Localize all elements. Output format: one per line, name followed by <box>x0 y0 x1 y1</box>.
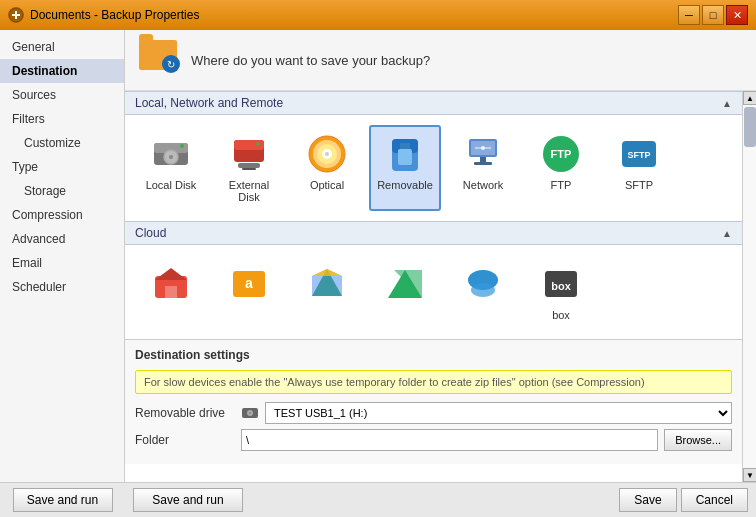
sidebar-item-filters[interactable]: Filters <box>0 107 124 131</box>
svg-rect-22 <box>480 157 486 162</box>
dest-optical[interactable]: Optical <box>291 125 363 211</box>
sidebar-item-compression[interactable]: Compression <box>0 203 124 227</box>
removable-drive-row: Removable drive TEST USB1_1 (H:) <box>135 402 732 424</box>
dest-network[interactable]: Network <box>447 125 519 211</box>
destination-settings: Destination settings For slow devices en… <box>125 339 742 464</box>
sidebar-items: General Destination Sources Filters Cust… <box>0 30 124 339</box>
folder-label: Folder <box>135 433 235 447</box>
svg-point-28 <box>489 147 492 150</box>
dest-removable[interactable]: Removable <box>369 125 441 211</box>
dest-gdrive[interactable] <box>291 255 363 329</box>
sidebar-item-customize[interactable]: Customize <box>0 131 124 155</box>
save-button[interactable]: Save <box>619 488 676 512</box>
svg-text:FTP: FTP <box>551 148 572 160</box>
svg-text:box: box <box>551 280 571 292</box>
scroll-inner[interactable]: Local, Network and Remote ▲ <box>125 91 742 482</box>
svg-marker-34 <box>155 268 187 280</box>
dest-sftp[interactable]: SFTP SFTP <box>603 125 675 211</box>
svg-rect-35 <box>165 286 177 298</box>
browse-button[interactable]: Browse... <box>664 429 732 451</box>
gdrive-icon <box>306 263 348 305</box>
sidebar: General Destination Sources Filters Cust… <box>0 30 125 517</box>
sidebar-item-storage[interactable]: Storage <box>0 179 124 203</box>
minimize-button[interactable]: ─ <box>678 5 700 25</box>
cloud-section-header: Cloud ▲ <box>125 221 742 245</box>
content-area: ↻ Where do you want to save your backup?… <box>125 30 756 517</box>
dest-settings-title: Destination settings <box>135 348 732 362</box>
dest-ftp[interactable]: FTP FTP <box>525 125 597 211</box>
window-controls: ─ □ ✕ <box>678 5 748 25</box>
sidebar-item-type[interactable]: Type <box>0 155 124 179</box>
dest-cloud1[interactable] <box>135 255 207 329</box>
header-question: Where do you want to save your backup? <box>191 53 430 68</box>
drive-icon <box>241 406 259 420</box>
sftp-label: SFTP <box>625 179 653 191</box>
sidebar-item-advanced[interactable]: Advanced <box>0 227 124 251</box>
removable-label: Removable <box>377 179 433 191</box>
svg-point-27 <box>475 147 478 150</box>
content-header: ↻ Where do you want to save your backup? <box>125 30 756 91</box>
sftp-icon: SFTP <box>618 133 660 175</box>
dest-box[interactable]: box box <box>525 255 597 329</box>
local-section-toggle[interactable]: ▲ <box>722 98 732 109</box>
google-icon <box>384 263 426 305</box>
sidebar-item-general[interactable]: General <box>0 35 124 59</box>
bottom-left-buttons: Save and run <box>133 488 243 512</box>
network-label: Network <box>463 179 503 191</box>
external-disk-icon <box>228 133 270 175</box>
maximize-button[interactable]: □ <box>702 5 724 25</box>
title-bar: Documents - Backup Properties ─ □ ✕ <box>0 0 756 30</box>
scroll-down-button[interactable]: ▼ <box>743 468 756 482</box>
svg-rect-19 <box>400 143 410 149</box>
cancel-button[interactable]: Cancel <box>681 488 748 512</box>
svg-point-4 <box>169 155 173 159</box>
dest-local-disk[interactable]: Local Disk <box>135 125 207 211</box>
box-icon: box <box>540 263 582 305</box>
svg-marker-41 <box>312 269 342 276</box>
sidebar-item-scheduler[interactable]: Scheduler <box>0 275 124 299</box>
app-icon <box>8 7 24 23</box>
window-title: Documents - Backup Properties <box>30 8 199 22</box>
close-button[interactable]: ✕ <box>726 5 748 25</box>
svg-rect-23 <box>474 162 492 165</box>
removable-drive-label: Removable drive <box>135 406 235 420</box>
scroll-thumb[interactable] <box>744 107 756 147</box>
cloud-section-toggle[interactable]: ▲ <box>722 228 732 239</box>
removable-drive-select[interactable]: TEST USB1_1 (H:) <box>265 402 732 424</box>
local-section-title: Local, Network and Remote <box>135 96 283 110</box>
cloud-grid: a <box>125 245 742 339</box>
svg-point-5 <box>180 144 184 148</box>
main-container: General Destination Sources Filters Cust… <box>0 30 756 517</box>
dest-google[interactable] <box>369 255 441 329</box>
outer-scrollbar[interactable]: ▲ ▼ <box>742 91 756 482</box>
local-disk-label: Local Disk <box>146 179 197 191</box>
save-run-button[interactable]: Save and run <box>133 488 243 512</box>
box-label: box <box>552 309 570 321</box>
svg-point-51 <box>249 412 251 414</box>
folder-row: Folder Browse... <box>135 429 732 451</box>
sidebar-item-sources[interactable]: Sources <box>0 83 124 107</box>
bottom-bar: Save and run Save Cancel <box>125 482 756 517</box>
scroll-track <box>743 105 756 468</box>
sidebar-item-destination[interactable]: Destination <box>0 59 124 83</box>
dropbox-icon <box>462 263 504 305</box>
svg-point-10 <box>256 142 260 146</box>
svg-text:a: a <box>245 275 253 291</box>
local-disk-icon <box>150 133 192 175</box>
removable-icon <box>384 133 426 175</box>
scroll-up-button[interactable]: ▲ <box>743 91 756 105</box>
dest-external-disk[interactable]: External Disk <box>213 125 285 211</box>
save-run-sidebar-button[interactable]: Save and run <box>13 488 113 512</box>
folder-icon: ↻ <box>139 40 177 70</box>
optical-label: Optical <box>310 179 344 191</box>
save-run-bar: Save and run <box>0 482 125 517</box>
ftp-label: FTP <box>551 179 572 191</box>
sidebar-item-email[interactable]: Email <box>0 251 124 275</box>
svg-rect-9 <box>242 168 256 170</box>
dest-dropbox[interactable] <box>447 255 519 329</box>
network-icon <box>462 133 504 175</box>
dest-amazon[interactable]: a <box>213 255 285 329</box>
scroll-wrapper: Local, Network and Remote ▲ <box>125 91 756 482</box>
folder-input[interactable] <box>241 429 658 451</box>
optical-icon <box>306 133 348 175</box>
